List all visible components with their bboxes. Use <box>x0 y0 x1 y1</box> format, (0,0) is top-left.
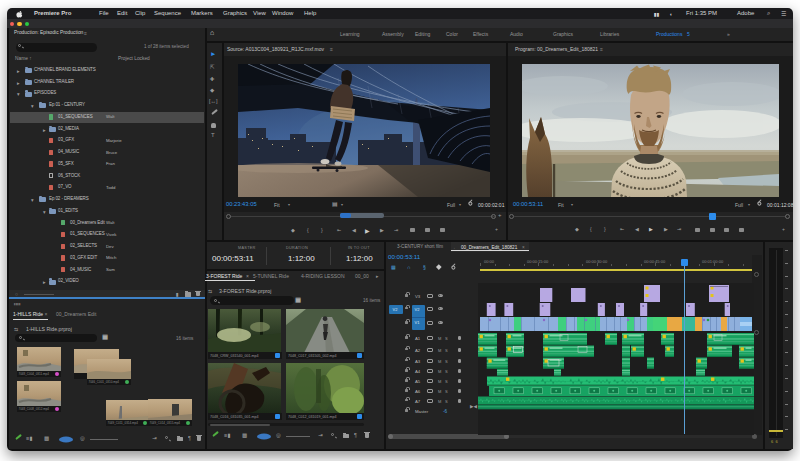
svg-text:7049_C011_0314.mp4: 7049_C011_0314.mp4 <box>108 421 139 425</box>
svg-text:7046_C001_0310.mp4: 7046_C001_0310.mp4 <box>89 380 120 384</box>
svg-text:7048_C008_0312.mp4: 7048_C008_0312.mp4 <box>19 407 50 411</box>
svg-text:7049_C014_0315.mp4: 7049_C014_0315.mp4 <box>150 421 181 425</box>
svg-text:7048_C004_0311.mp4: 7048_C004_0311.mp4 <box>19 372 50 376</box>
